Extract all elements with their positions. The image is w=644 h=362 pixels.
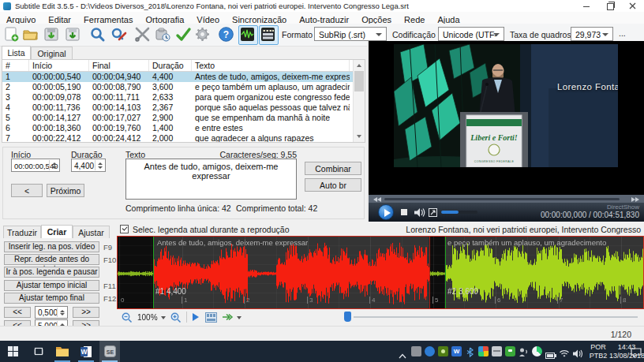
encoding-select[interactable]: Unicode (UTF-8)	[438, 27, 504, 41]
fix-errors-button[interactable]	[155, 26, 171, 43]
video-display[interactable]: Liberi e Forti! CONGRESSO FEDERALE Loren…	[369, 41, 644, 195]
spinner-arrows[interactable]	[95, 160, 104, 170]
show-hidden-icons-button[interactable]	[399, 348, 409, 358]
action-center-button[interactable]	[631, 346, 642, 360]
tray-document-icon[interactable]	[492, 346, 502, 356]
table-row-3[interactable]: 300:00:09,07800:00:11,7112,633para quem …	[2, 92, 365, 103]
tab-original[interactable]: Original	[31, 47, 73, 59]
col-duracao[interactable]: Duração	[149, 60, 192, 71]
volume-slider[interactable]	[441, 211, 477, 214]
waveform-toggle-button[interactable]	[238, 25, 258, 45]
play-button[interactable]	[378, 204, 394, 220]
new-file-button[interactable]	[3, 26, 20, 43]
tray-messaging-icon[interactable]	[505, 346, 515, 356]
save-button[interactable]	[43, 26, 60, 43]
speaker-icon[interactable]	[414, 208, 425, 217]
nudge-fwd-small-button[interactable]: >>	[73, 307, 99, 318]
auto-br-button[interactable]: Auto br	[305, 178, 361, 192]
settings-button[interactable]	[194, 26, 211, 43]
spell-check-button[interactable]	[175, 26, 192, 43]
wifi-icon[interactable]	[559, 347, 569, 357]
minimize-button[interactable]	[578, 0, 595, 12]
video-toggle-button[interactable]	[259, 25, 279, 45]
task-view-button[interactable]	[28, 341, 49, 362]
insert-sub-at-video-pos-button[interactable]: Inserir leg. na pos. vídeo	[4, 241, 99, 252]
col-inicio[interactable]: Início	[29, 60, 89, 71]
start-time-input[interactable]: 00:00:00,540	[11, 159, 60, 172]
video-seekbar[interactable]	[369, 195, 644, 203]
waveform-canvas[interactable]	[118, 237, 643, 308]
wave-play-icon[interactable]	[193, 313, 199, 321]
tray-bluetooth-icon[interactable]	[465, 346, 475, 356]
volume-icon[interactable]	[573, 347, 583, 357]
remove-formatting-button[interactable]	[134, 26, 151, 43]
table-scrollbar[interactable]	[353, 60, 365, 142]
subtitle-edit-taskbar-button[interactable]: SE	[99, 341, 120, 362]
next-button[interactable]: Próximo	[47, 184, 84, 197]
spinner-arrows[interactable]	[49, 160, 58, 170]
scrollbar-thumb[interactable]	[354, 71, 364, 91]
replace-icon	[110, 26, 127, 43]
chevron-down-icon	[376, 33, 382, 36]
tab-ajustar[interactable]: Ajustar	[73, 226, 110, 238]
waveform-view[interactable]: Antes de tudo, amigos, deixem-me express…	[117, 236, 644, 309]
zoom-out-icon[interactable]	[122, 312, 133, 323]
save-as-button[interactable]	[65, 26, 81, 43]
go-to-sub-pos-pause-button[interactable]: Ir à pos. legenda e pausar	[4, 267, 99, 278]
fullscreen-icon[interactable]	[429, 208, 437, 217]
set-start-time-button[interactable]: Ajustar tempo inicial	[4, 280, 99, 291]
replace-button[interactable]	[110, 26, 127, 43]
wave-position-slider[interactable]	[354, 316, 638, 318]
previous-button[interactable]: <	[11, 184, 43, 197]
table-row-1[interactable]: 100:00:00,54000:00:04,9404,400Antes de t…	[2, 72, 365, 82]
playback-speed-icon[interactable]	[222, 313, 234, 321]
chevron-down-icon[interactable]	[237, 316, 242, 319]
table-row-5[interactable]: 500:00:14,12700:00:17,0272,900que se emp…	[2, 113, 365, 123]
subtitle-text-area[interactable]: Antes de tudo, amigos, deixem-me express…	[125, 159, 297, 200]
open-file-button[interactable]	[22, 26, 39, 43]
seek-groove[interactable]	[384, 198, 620, 200]
tray-audio-device-icon[interactable]	[519, 346, 529, 356]
stop-button[interactable]	[401, 209, 407, 215]
language-indicator[interactable]: POR PTB2	[587, 343, 609, 360]
table-row-6[interactable]: 600:00:18,36000:00:19,7601,400e entre es…	[2, 123, 365, 133]
play-from-before-text-button[interactable]: Repr. desde antes do texto	[4, 254, 99, 265]
tray-app-icon[interactable]	[411, 346, 421, 356]
tray-photos-icon[interactable]	[478, 346, 489, 356]
word-button[interactable]: W	[76, 341, 96, 362]
wave-position-slider-thumb[interactable]	[344, 312, 351, 322]
maximize-button[interactable]	[601, 0, 619, 12]
framerate-select[interactable]: 29,973	[571, 27, 613, 41]
find-button[interactable]	[89, 26, 106, 43]
tray-pie-icon[interactable]	[532, 346, 542, 356]
zoom-level-value[interactable]: 100%	[137, 313, 158, 322]
tab-traduzir[interactable]: Traduzir	[3, 226, 41, 238]
small-step-input[interactable]: 0,500	[35, 306, 68, 319]
tray-word-icon[interactable]: W	[451, 346, 462, 356]
file-explorer-button[interactable]	[52, 341, 73, 362]
col-final[interactable]: Final	[89, 60, 149, 71]
close-button[interactable]	[623, 0, 641, 12]
col-number[interactable]: #	[2, 60, 29, 71]
tab-criar[interactable]: Criar	[41, 225, 73, 238]
film-icon[interactable]	[205, 312, 217, 323]
chevron-down-icon[interactable]	[161, 316, 166, 319]
tray-network-app-icon[interactable]	[425, 346, 435, 356]
battery-icon[interactable]	[545, 348, 556, 358]
tab-lista[interactable]: Lista	[2, 46, 31, 59]
spinner-arrows[interactable]	[57, 308, 66, 317]
table-row-7[interactable]: 700:00:22,41200:00:24,4122,000que agrade…	[2, 133, 365, 143]
format-select[interactable]: SubRip (.srt)	[314, 27, 387, 41]
start-button[interactable]	[3, 341, 24, 362]
combine-button[interactable]: Combinar	[305, 162, 361, 175]
table-row-2[interactable]: 200:00:05,19000:00:08,7903,600e peço tam…	[2, 82, 365, 92]
tray-gpu-icon[interactable]	[438, 346, 448, 356]
col-texto[interactable]: Texto	[192, 60, 350, 71]
select-current-sub-checkbox[interactable]	[120, 225, 129, 233]
duration-input[interactable]: 4,400	[71, 159, 106, 172]
set-end-time-button[interactable]: Ajustar tempo final	[4, 293, 99, 304]
help-button[interactable]: ?	[218, 26, 234, 43]
table-row-4[interactable]: 400:00:11,73600:00:14,1032,367porque são…	[2, 103, 365, 113]
zoom-in-icon[interactable]	[170, 312, 182, 323]
nudge-back-small-button[interactable]: <<	[4, 307, 31, 318]
